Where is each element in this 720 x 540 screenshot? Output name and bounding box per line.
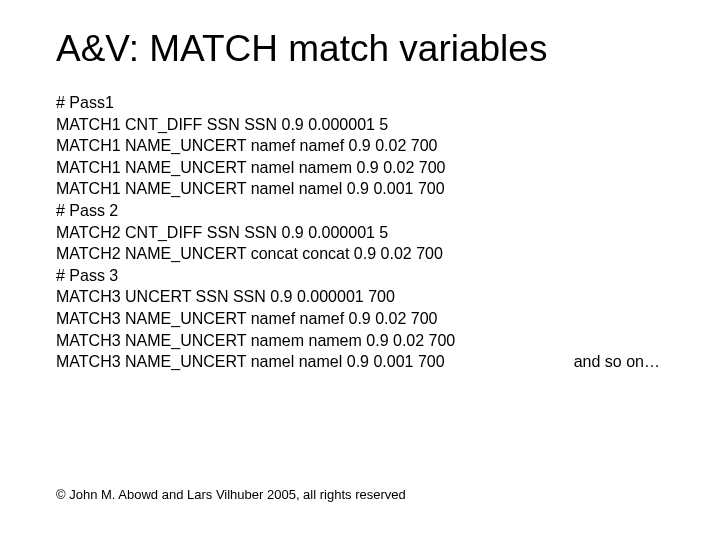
code-line: MATCH2 CNT_DIFF SSN SSN 0.9 0.000001 5 [56,222,680,244]
code-line: MATCH1 NAME_UNCERT namef namef 0.9 0.02 … [56,135,680,157]
slide: A&V: MATCH match variables # Pass1 MATCH… [0,0,720,540]
copyright-footer: © John M. Abowd and Lars Vilhuber 2005, … [56,487,406,502]
code-line: MATCH1 NAME_UNCERT namel namem 0.9 0.02 … [56,157,680,179]
slide-title: A&V: MATCH match variables [56,28,680,70]
code-line: MATCH3 NAME_UNCERT namel namel 0.9 0.001… [56,351,445,373]
code-line: MATCH3 UNCERT SSN SSN 0.9 0.000001 700 [56,286,680,308]
code-line: MATCH2 NAME_UNCERT concat concat 0.9 0.0… [56,243,680,265]
last-row: MATCH3 NAME_UNCERT namel namel 0.9 0.001… [56,351,680,373]
code-block: # Pass1 MATCH1 CNT_DIFF SSN SSN 0.9 0.00… [56,92,680,373]
continuation-note: and so on… [574,351,680,373]
code-line: MATCH1 CNT_DIFF SSN SSN 0.9 0.000001 5 [56,114,680,136]
code-line: MATCH1 NAME_UNCERT namel namel 0.9 0.001… [56,178,680,200]
code-line: # Pass 2 [56,200,680,222]
code-line: MATCH3 NAME_UNCERT namef namef 0.9 0.02 … [56,308,680,330]
code-line: MATCH3 NAME_UNCERT namem namem 0.9 0.02 … [56,330,680,352]
code-line: # Pass 3 [56,265,680,287]
code-line: # Pass1 [56,92,680,114]
